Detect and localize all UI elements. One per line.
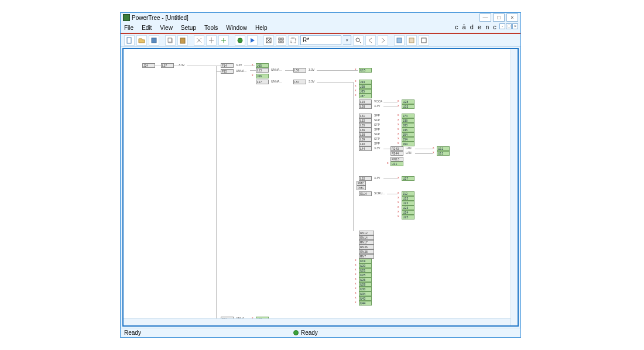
select-rect-icon[interactable]	[288, 35, 299, 46]
layout2-icon[interactable]	[406, 35, 417, 46]
node-u22[interactable]: U22	[402, 201, 415, 205]
node-rn12[interactable]: RN12	[359, 231, 374, 235]
node-u27[interactable]: U27	[402, 176, 415, 181]
cut-icon[interactable]	[194, 35, 204, 46]
add-icon[interactable]	[218, 35, 229, 46]
node-u11[interactable]: U11	[437, 146, 450, 151]
node-u26[interactable]: U26	[359, 277, 372, 282]
titlebar[interactable]: PowerTree - [Untitled] — □ ×	[121, 13, 520, 22]
menu-help[interactable]: Help	[255, 25, 268, 31]
node-u11c[interactable]: U11	[390, 162, 403, 166]
node-l57[interactable]: L57	[161, 63, 174, 68]
node-l38[interactable]: L38	[359, 132, 372, 137]
node-j87[interactable]: J87	[359, 94, 372, 98]
node-l32[interactable]: L32	[359, 118, 372, 123]
layout3-icon[interactable]	[419, 35, 429, 46]
tree-icon[interactable]	[206, 35, 217, 46]
node-j12[interactable]: J12	[402, 191, 415, 196]
node-u30[interactable]: U30	[359, 287, 372, 291]
fit-icon[interactable]	[263, 35, 274, 46]
menu-view[interactable]: View	[160, 25, 173, 31]
node-j28[interactable]: J28	[359, 84, 372, 89]
node-l35[interactable]: L35	[359, 123, 372, 128]
node-rn13[interactable]: RN13	[390, 157, 403, 162]
node-j24[interactable]: J24	[142, 63, 155, 68]
search-dropdown-icon[interactable]: ▾	[343, 35, 351, 45]
node-rn38[interactable]: RN38	[359, 249, 374, 254]
node-j38[interactable]: J38	[402, 118, 415, 123]
node-l39[interactable]: L39	[359, 137, 372, 142]
node-u20[interactable]: U20	[359, 263, 372, 268]
node-j45[interactable]: J45	[402, 128, 415, 132]
node-u34[interactable]: U34	[359, 291, 372, 296]
node-u23[interactable]: U23	[402, 205, 415, 210]
node-u25[interactable]: U25	[402, 215, 415, 219]
node-l28[interactable]: L28	[359, 104, 372, 109]
new-icon[interactable]	[124, 35, 135, 46]
node-pmc2[interactable]: PMC	[357, 186, 366, 190]
menu-window[interactable]: Window	[226, 25, 247, 31]
menu-edit[interactable]: Edit	[142, 25, 152, 31]
node-u33[interactable]: U33	[402, 104, 415, 109]
next-icon[interactable]	[378, 35, 388, 46]
node-r1j4[interactable]: R1J4	[359, 191, 372, 196]
copy-icon[interactable]	[165, 35, 176, 46]
canvas[interactable]: J24 L57 3.3V F14 3.3V x J65 L15 UNNA... …	[122, 48, 519, 327]
scrollbar-vertical[interactable]	[511, 49, 518, 325]
node-l40[interactable]: L40	[359, 142, 372, 146]
node-u25[interactable]: U25	[359, 273, 372, 277]
node-j65[interactable]: J65	[256, 63, 269, 68]
node-l44[interactable]: L44	[359, 146, 372, 151]
node-j63[interactable]: J63	[359, 80, 372, 84]
scrollbar-horizontal[interactable]	[124, 318, 511, 325]
node-u15[interactable]: U15	[402, 196, 415, 201]
node-j85[interactable]: J85	[359, 89, 372, 94]
mdi-max-icon[interactable]: □	[506, 23, 512, 29]
node-f15[interactable]: F15	[221, 69, 234, 74]
node-j64[interactable]: J64	[402, 142, 415, 146]
paste-icon[interactable]	[177, 35, 188, 46]
node-l15[interactable]: L15	[256, 68, 269, 73]
minimize-button[interactable]: —	[479, 13, 491, 22]
save-icon[interactable]	[149, 35, 159, 46]
node-l17[interactable]: L17	[256, 80, 269, 84]
node-j83[interactable]: J83	[402, 123, 415, 128]
node-u28[interactable]: U28	[402, 99, 415, 104]
node-rn14[interactable]: RN14	[359, 235, 374, 240]
diagram-surface[interactable]: J24 L57 3.3V F14 3.3V x J65 L15 UNNA... …	[124, 49, 518, 325]
node-j54b[interactable]: J54	[402, 137, 415, 142]
node-u24[interactable]: U24	[402, 210, 415, 215]
node-l56[interactable]: L56	[293, 68, 306, 73]
close-button[interactable]: ×	[506, 13, 518, 22]
node-r244[interactable]: R244	[390, 151, 403, 156]
node-l19[interactable]: L19	[359, 99, 372, 104]
mdi-min-icon[interactable]: -	[499, 23, 505, 29]
node-u44[interactable]: U44	[359, 301, 372, 306]
layout1-icon[interactable]	[394, 35, 405, 46]
prev-icon[interactable]	[365, 35, 376, 46]
node-u15[interactable]: U15	[359, 68, 372, 73]
node-f14[interactable]: F14	[221, 63, 234, 68]
node-l52[interactable]: L52	[359, 176, 372, 181]
node-rn17[interactable]: RN17	[359, 240, 374, 245]
node-u43[interactable]: U43	[359, 296, 372, 301]
node-rn7[interactable]: RN7	[359, 254, 374, 259]
node-rn36[interactable]: RN36	[359, 245, 374, 249]
globe-icon[interactable]	[235, 35, 245, 46]
node-l36[interactable]: L36	[359, 128, 372, 132]
node-j54[interactable]: J54	[402, 132, 415, 137]
menu-tools[interactable]: Tools	[204, 25, 218, 31]
node-r243[interactable]: R243	[390, 146, 403, 151]
mdi-close-icon[interactable]: ×	[512, 23, 518, 29]
maximize-button[interactable]: □	[493, 13, 505, 22]
node-j74[interactable]: J74	[402, 114, 415, 118]
node-u21[interactable]: U21	[359, 268, 372, 273]
node-u19[interactable]: U19	[359, 259, 372, 263]
run-icon[interactable]	[247, 35, 258, 46]
search-input[interactable]: R*	[300, 35, 341, 45]
node-l31[interactable]: L31	[359, 114, 372, 118]
grid-icon[interactable]	[276, 35, 286, 46]
menu-file[interactable]: File	[124, 25, 133, 31]
menu-setup[interactable]: Setup	[181, 25, 196, 31]
node-l57b[interactable]: L57	[293, 80, 306, 84]
